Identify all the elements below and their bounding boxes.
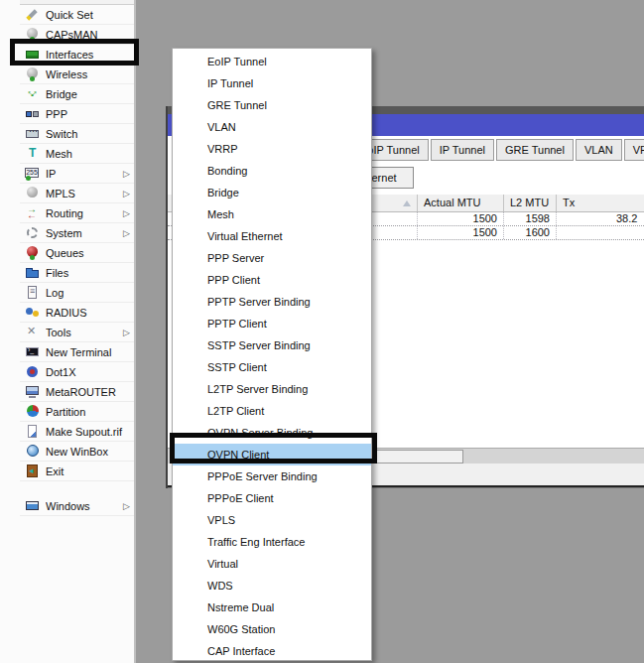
cell-tx xyxy=(557,226,644,239)
exit-icon xyxy=(25,464,40,478)
menu-item-mesh[interactable]: Mesh xyxy=(173,203,371,225)
menu-item-ovpn-server-binding[interactable]: OVPN Server Binding xyxy=(173,422,371,444)
sidebar-item-windows[interactable]: Windows▷ xyxy=(20,496,134,516)
dot1x-icon xyxy=(25,364,40,379)
interfaces-icon xyxy=(25,47,40,62)
sidebar-item-quick-set[interactable]: Quick Set xyxy=(20,5,134,25)
sidebar-item-label: Mesh xyxy=(46,148,130,160)
menu-item-virtual[interactable]: Virtual xyxy=(173,553,371,575)
menu-item-ppp-client[interactable]: PPP Client xyxy=(173,269,371,291)
sidebar-item-label: Bridge xyxy=(46,88,130,100)
sidebar-item-metarouter[interactable]: MetaROUTER xyxy=(20,382,134,402)
sidebar-item-ip[interactable]: IP▷ xyxy=(20,164,134,184)
menu-item-ip-tunnel[interactable]: IP Tunnel xyxy=(173,72,371,94)
sidebar-item-wireless[interactable]: Wireless xyxy=(20,65,134,84)
sidebar-item-label: Queues xyxy=(46,247,130,259)
menu-item-pptp-client[interactable]: PPTP Client xyxy=(173,313,371,334)
cell-tx: 38.2 xyxy=(557,212,644,225)
tabs-container: EoIP TunnelIP TunnelGRE TunnelVLANVRRP xyxy=(351,139,644,161)
sidebar-item-label: Dot1X xyxy=(46,366,130,378)
menu-item-sstp-server-binding[interactable]: SSTP Server Binding xyxy=(173,334,371,356)
sidebar-item-mesh[interactable]: Mesh xyxy=(20,144,134,164)
sidebar-item-label: Switch xyxy=(46,128,130,140)
menu-item-virtual-ethernet[interactable]: Virtual Ethernet xyxy=(173,225,371,247)
sidebar-item-label: Partition xyxy=(46,406,130,418)
sidebar-item-files[interactable]: Files xyxy=(20,263,134,283)
submenu-arrow-icon: ▷ xyxy=(123,501,130,511)
submenu-arrow-icon: ▷ xyxy=(123,328,130,337)
sidebar-item-tools[interactable]: Tools▷ xyxy=(20,323,134,342)
menu-item-nstreme-dual[interactable]: Nstreme Dual xyxy=(173,597,371,618)
sidebar-item-partition[interactable]: Partition xyxy=(20,402,134,422)
tab-vrrp[interactable]: VRRP xyxy=(624,139,644,161)
interface-type-context-menu: EoIP TunnelIP TunnelGRE TunnelVLANVRRPBo… xyxy=(172,48,372,661)
sidebar-item-interfaces[interactable]: Interfaces xyxy=(20,45,134,65)
tab-ip-tunnel[interactable]: IP Tunnel xyxy=(431,139,494,161)
tab-gre-tunnel[interactable]: GRE Tunnel xyxy=(496,139,574,161)
new-winbox-icon xyxy=(25,444,40,459)
sidebar-item-label: Windows xyxy=(46,500,123,512)
sidebar-item-ppp[interactable]: PPP xyxy=(20,104,134,124)
make-supout-icon xyxy=(25,424,40,439)
sidebar-item-system[interactable]: System▷ xyxy=(20,223,134,243)
sidebar-item-dot1x[interactable]: Dot1X xyxy=(20,362,134,382)
sidebar-item-label: Tools xyxy=(46,327,123,338)
tools-icon xyxy=(25,325,40,339)
cell-l2-mtu: 1600 xyxy=(504,226,557,239)
menu-item-gre-tunnel[interactable]: GRE Tunnel xyxy=(173,94,371,116)
metarouter-icon xyxy=(25,384,40,399)
sidebar-item-mpls[interactable]: MPLS▷ xyxy=(20,184,134,203)
sidebar-item-new-winbox[interactable]: New WinBox xyxy=(20,442,134,462)
menu-item-sstp-client[interactable]: SSTP Client xyxy=(173,356,371,378)
menu-item-w60g-station[interactable]: W60G Station xyxy=(173,618,371,640)
sidebar-item-label: PPP xyxy=(46,108,130,120)
menu-item-traffic-eng-interface[interactable]: Traffic Eng Interface xyxy=(173,531,371,553)
menu-item-cap-interface[interactable]: CAP Interface xyxy=(173,640,371,662)
menu-item-vlan[interactable]: VLAN xyxy=(173,116,371,138)
cell-actual-mtu: 1500 xyxy=(418,226,504,239)
tab-vlan[interactable]: VLAN xyxy=(576,139,622,161)
menu-item-l2tp-server-binding[interactable]: L2TP Server Binding xyxy=(173,378,371,400)
sidebar-item-new-terminal[interactable]: New Terminal xyxy=(20,342,134,362)
radius-icon xyxy=(25,305,40,320)
menu-item-pppoe-server-binding[interactable]: PPPoE Server Binding xyxy=(173,465,371,487)
mesh-icon xyxy=(25,146,40,161)
sidebar-item-make-supout-rif[interactable]: Make Supout.rif xyxy=(20,422,134,442)
sidebar-item-switch[interactable]: Switch xyxy=(20,124,134,144)
sidebar-item-label: New Terminal xyxy=(46,346,130,358)
menu-item-ovpn-client[interactable]: OVPN Client xyxy=(173,444,371,465)
menu-item-vpls[interactable]: VPLS xyxy=(173,509,371,531)
menu-item-bonding[interactable]: Bonding xyxy=(173,160,371,182)
menu-item-l2tp-client[interactable]: L2TP Client xyxy=(173,400,371,422)
ip-icon xyxy=(25,166,40,181)
sidebar-item-capsman[interactable]: CAPsMAN xyxy=(20,25,134,45)
column-l2-mtu[interactable]: L2 MTU xyxy=(504,195,557,211)
sidebar-item-label: CAPsMAN xyxy=(46,29,130,41)
column-actual-mtu[interactable]: Actual MTU xyxy=(418,195,504,211)
column-tx[interactable]: Tx xyxy=(557,195,644,211)
menu-item-eoip-tunnel[interactable]: EoIP Tunnel xyxy=(173,51,371,72)
partition-icon xyxy=(25,404,40,419)
sidebar-item-queues[interactable]: Queues xyxy=(20,243,134,263)
sidebar-item-label: Make Supout.rif xyxy=(46,426,130,438)
sidebar-item-routing[interactable]: Routing▷ xyxy=(20,203,134,223)
sidebar: Quick SetCAPsMANInterfacesWirelessBridge… xyxy=(0,0,136,663)
ppp-icon xyxy=(25,106,40,121)
sidebar-item-bridge[interactable]: Bridge xyxy=(20,84,134,104)
menu-item-vrrp[interactable]: VRRP xyxy=(173,138,371,160)
wireless-icon xyxy=(25,66,40,81)
menu-item-ppp-server[interactable]: PPP Server xyxy=(173,247,371,269)
sidebar-item-label: Files xyxy=(46,267,130,279)
routing-icon xyxy=(25,205,40,220)
menu-item-bridge[interactable]: Bridge xyxy=(173,182,371,203)
sidebar-item-log[interactable]: Log xyxy=(20,283,134,303)
sidebar-item-exit[interactable]: Exit xyxy=(20,462,134,481)
menu-item-pptp-server-binding[interactable]: PPTP Server Binding xyxy=(173,291,371,313)
cell-l2-mtu: 1598 xyxy=(504,212,557,225)
menu-item-wds[interactable]: WDS xyxy=(173,575,371,597)
sidebar-item-label: MetaROUTER xyxy=(46,386,130,398)
menu-item-pppoe-client[interactable]: PPPoE Client xyxy=(173,487,371,509)
sidebar-items: Quick SetCAPsMANInterfacesWirelessBridge… xyxy=(20,5,134,516)
sidebar-item-radius[interactable]: RADIUS xyxy=(20,303,134,323)
sort-arrow-icon xyxy=(403,200,411,206)
